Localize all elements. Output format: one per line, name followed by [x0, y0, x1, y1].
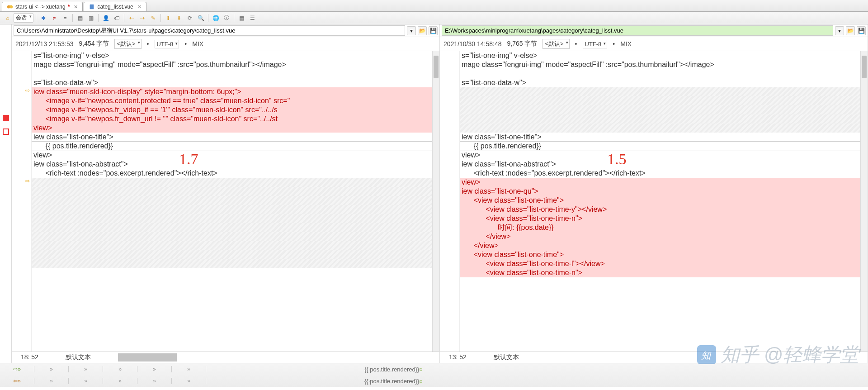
code-line[interactable]	[32, 259, 439, 268]
nav-cell[interactable]: »	[69, 366, 103, 372]
code-line[interactable]	[32, 178, 439, 187]
code-area-left[interactable]: ⇨ ⇨ s="list-one-img" v-else>mage class="…	[12, 51, 439, 352]
code-line[interactable]: </view>	[460, 232, 868, 241]
list-button[interactable]: ☰	[247, 13, 257, 23]
code-line[interactable]: <view class="list-one-time-y"></view>	[460, 205, 868, 214]
code-line[interactable]: s="list-one-data-w">	[32, 78, 439, 87]
code-line[interactable]: view>	[460, 178, 868, 187]
nav-cell[interactable]: »	[103, 378, 137, 384]
code-line[interactable]	[32, 69, 439, 78]
nav-cell[interactable]: »	[172, 366, 206, 372]
code-line[interactable]: <rich-text :nodes="pos.excerpt.rendered"…	[460, 169, 868, 178]
filter-all-button[interactable]: ✱	[38, 13, 48, 23]
charset-select[interactable]: UTF-8	[155, 40, 179, 48]
layout-button-1[interactable]: ▤	[75, 13, 85, 23]
vertical-scrollbar[interactable]	[860, 51, 868, 352]
code-line[interactable]: iew class="list-one-title">	[32, 133, 439, 142]
charset-select[interactable]: UTF-8	[583, 40, 608, 48]
code-line[interactable]: mage class="fengrui-img" mode="aspectFil…	[32, 60, 439, 69]
code-line[interactable]	[32, 232, 439, 241]
code-line[interactable]: iew class="muen-sld-icon-display" style=…	[32, 87, 439, 96]
open-folder-button[interactable]: 📂	[418, 26, 427, 35]
code-line[interactable]	[460, 69, 868, 78]
code-line[interactable]	[32, 250, 439, 259]
code-line[interactable]	[460, 105, 868, 114]
code-line[interactable]: <image v-if="newpos.fr_down_url != ''" c…	[32, 114, 439, 124]
code-line[interactable]	[460, 124, 868, 133]
code-line[interactable]: view>	[460, 151, 868, 160]
vertical-scrollbar[interactable]	[432, 51, 439, 352]
code-line[interactable]: <image v-if="newpos.fr_videp_if == '1'" …	[32, 105, 439, 114]
code-line[interactable]	[32, 196, 439, 205]
encoding-select[interactable]: <默认>	[114, 39, 141, 49]
close-icon[interactable]: ✕	[137, 4, 142, 10]
nav-cell[interactable]: »	[69, 378, 103, 384]
code-line[interactable]: <view class="list-one-time-n">	[460, 214, 868, 223]
sync-forward-icon[interactable]: ⇨»	[0, 366, 34, 372]
code-line[interactable]	[460, 96, 868, 105]
session-select[interactable]: 会话	[14, 13, 33, 23]
code-line[interactable]: {{ pos.title.rendered}}	[32, 142, 439, 151]
code-line[interactable]: <rich-text :nodes="pos.excerpt.rendered"…	[32, 169, 439, 178]
code-line[interactable]: view>	[32, 151, 439, 160]
refresh-button[interactable]: ⟳	[185, 13, 195, 23]
code-line[interactable]: </view>	[460, 241, 868, 250]
layout-button-2[interactable]: ▥	[86, 13, 96, 23]
code-line[interactable]: s="list-one-img" v-else>	[32, 51, 439, 60]
save-button[interactable]: 💾	[429, 26, 438, 35]
code-line[interactable]	[32, 223, 439, 232]
code-line[interactable]	[460, 87, 868, 96]
home-button[interactable]: ⌂	[3, 13, 13, 23]
close-icon[interactable]: ✕	[74, 4, 78, 10]
edit-button[interactable]: ✎	[148, 13, 158, 23]
globe-icon[interactable]: 🌐	[211, 13, 221, 23]
code-area-right[interactable]: s="list-one-img" v-else>mage class="feng…	[440, 51, 868, 352]
code-line[interactable]: iew class="list-ona-abstract">	[460, 160, 868, 169]
code-line[interactable]: view>	[32, 124, 439, 133]
save-button[interactable]: 💾	[857, 26, 866, 35]
path-input-left[interactable]	[14, 25, 405, 36]
code-line[interactable]: <view class="list-one-time">	[460, 196, 868, 205]
scroll-thumb[interactable]	[862, 56, 867, 78]
code-line[interactable]: <image v-if="newpos.content.protected ==…	[32, 96, 439, 105]
find-button[interactable]: 🔍	[196, 13, 206, 23]
code-line[interactable]: s="list-one-data-w">	[460, 78, 868, 87]
overview-ruler[interactable]	[0, 24, 12, 363]
nav-cell[interactable]: »	[172, 378, 206, 384]
code-line[interactable]: iew class="list-one-title">	[460, 133, 868, 142]
dropdown-button[interactable]: ▾	[835, 26, 844, 35]
scroll-thumb[interactable]	[434, 56, 439, 78]
sync-back-icon[interactable]: ⇦»	[0, 378, 34, 384]
code-line[interactable]	[32, 214, 439, 223]
code-line[interactable]	[460, 114, 868, 124]
code-line[interactable]: s="list-one-img" v-else>	[460, 51, 868, 60]
copy-right-button[interactable]: ⇢	[137, 13, 147, 23]
code-line[interactable]: <view class="list-one-time-n">	[460, 268, 868, 277]
nav-cell[interactable]: »	[34, 366, 69, 372]
path-input-right[interactable]	[442, 25, 833, 36]
code-line[interactable]: <view class="list-one-time-l"></view>	[460, 259, 868, 268]
nav-cell[interactable]: »	[34, 378, 69, 384]
code-lines-left[interactable]: s="list-one-img" v-else>mage class="feng…	[32, 51, 439, 352]
code-line[interactable]: iew class="list-one-qu">	[460, 187, 868, 196]
nav-cell[interactable]: »	[103, 366, 137, 372]
code-line[interactable]	[32, 241, 439, 250]
code-line[interactable]: {{ pos.title.rendered}}	[460, 142, 868, 151]
person-icon[interactable]: 👤	[101, 13, 111, 23]
code-lines-right[interactable]: s="list-one-img" v-else>mage class="feng…	[460, 51, 868, 352]
info-icon[interactable]: ⓘ	[222, 13, 231, 23]
nav-cell[interactable]: »	[137, 366, 172, 372]
prev-diff-button[interactable]: ⬆	[163, 13, 173, 23]
nav-cell[interactable]: »	[137, 378, 172, 384]
tab-file[interactable]: categ_lisst.vue ✕	[84, 2, 146, 11]
code-line[interactable]	[32, 205, 439, 214]
thumbs-button[interactable]: ▦	[236, 13, 246, 23]
encoding-select[interactable]: <默认>	[542, 39, 569, 49]
code-line[interactable]	[32, 187, 439, 196]
copy-left-button[interactable]: ⇠	[127, 13, 137, 23]
code-line[interactable]: <view class="list-one-time">	[460, 250, 868, 259]
filter-equal-button[interactable]: =	[60, 13, 70, 23]
dropdown-button[interactable]: ▾	[407, 26, 416, 35]
code-line[interactable]: iew class="list-ona-abstract">	[32, 160, 439, 169]
code-line[interactable]: 时间: {{pos.date}}	[460, 223, 868, 232]
